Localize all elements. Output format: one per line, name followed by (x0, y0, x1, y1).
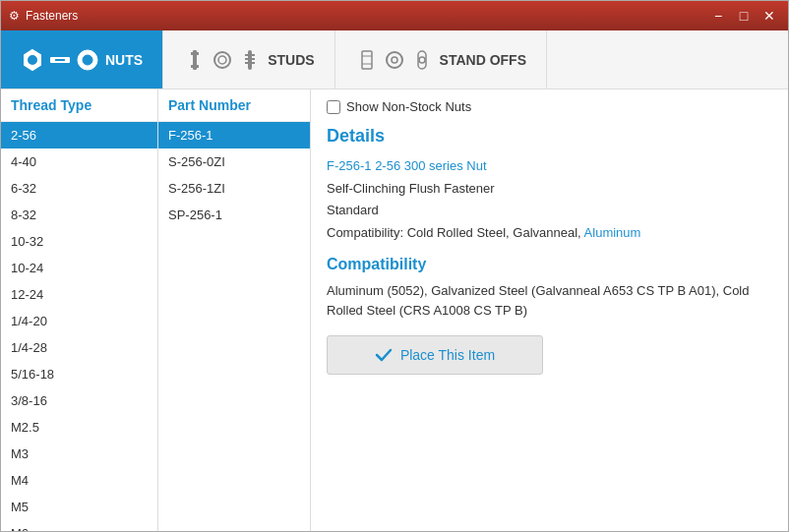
title-bar: ⚙ Fasteners − □ ✕ (1, 1, 788, 30)
thread-type-item[interactable]: M2.5 (1, 414, 157, 441)
svg-rect-7 (191, 52, 199, 55)
svg-point-18 (387, 52, 402, 68)
tab-nuts-label: NUTS (105, 52, 143, 68)
compatibility-label: Compatibility: Cold Rolled Steel, Galvan… (327, 225, 584, 240)
tab-standoffs[interactable]: STAND OFFS (335, 30, 547, 89)
standoff-icon1 (355, 48, 379, 72)
thread-type-item[interactable]: 2-56 (1, 122, 157, 148)
standoff-icon2 (383, 48, 406, 72)
part-number-column: Part Number F-256-1S-256-0ZIS-256-1ZISP-… (158, 89, 311, 532)
svg-rect-12 (245, 54, 255, 56)
part-number-item[interactable]: S-256-1ZI (158, 175, 310, 202)
thread-type-item[interactable]: 6-32 (1, 175, 157, 202)
compatibility-text: Aluminum (5052), Galvanized Steel (Galva… (327, 281, 772, 320)
part-number-item[interactable]: S-256-0ZI (158, 148, 310, 175)
aluminum-link: Aluminum (584, 225, 641, 240)
thread-type-item[interactable]: M6 (1, 520, 157, 532)
compatibility-title: Compatibility (327, 256, 772, 273)
place-item-label: Place This Item (400, 347, 495, 363)
detail-line3: Standard (327, 201, 772, 220)
svg-point-19 (392, 57, 397, 63)
tab-nuts[interactable]: NUTS (1, 30, 163, 89)
thread-type-item[interactable]: 1/4-28 (1, 334, 157, 361)
thread-type-item[interactable]: M3 (1, 441, 157, 467)
title-bar-left: ⚙ Fasteners (9, 9, 78, 23)
svg-point-21 (419, 57, 425, 63)
svg-rect-8 (191, 65, 199, 68)
thread-type-header: Thread Type (1, 89, 157, 122)
detail-line2: Self-Clinching Flush Fastener (327, 179, 772, 199)
minimize-button[interactable]: − (707, 5, 729, 27)
checkmark-icon (375, 346, 393, 364)
details-panel: Show Non-Stock Nuts Details F-256-1 2-56… (311, 89, 788, 532)
svg-rect-15 (362, 51, 372, 69)
svg-rect-13 (245, 58, 255, 60)
show-nonstock-row: Show Non-Stock Nuts (327, 99, 772, 114)
app-title: Fasteners (26, 9, 78, 23)
part-number-item[interactable]: F-256-1 (158, 122, 310, 148)
tab-studs[interactable]: STUDS (163, 30, 334, 89)
thread-type-item[interactable]: M4 (1, 467, 157, 494)
tab-bar: NUTS STUDS (1, 30, 788, 89)
details-title: Details (327, 126, 772, 147)
thread-type-item[interactable]: 8-32 (1, 202, 157, 228)
studs-icons (183, 48, 262, 72)
svg-point-1 (29, 56, 36, 64)
maximize-button[interactable]: □ (733, 5, 755, 27)
main-content: Thread Type 2-564-406-328-3210-3210-2412… (1, 89, 788, 532)
nut-hex-icon (21, 48, 44, 72)
close-button[interactable]: ✕ (759, 5, 780, 27)
show-nonstock-checkbox[interactable] (327, 100, 340, 114)
stud-icon1 (183, 48, 207, 72)
svg-rect-3 (55, 59, 65, 61)
detail-line4: Compatibility: Cold Rolled Steel, Galvan… (327, 223, 772, 243)
standoffs-icons (355, 48, 434, 72)
app-icon: ⚙ (9, 9, 20, 23)
part-number-list: F-256-1S-256-0ZIS-256-1ZISP-256-1 (158, 122, 310, 532)
round-nut-icon (76, 48, 99, 72)
thread-type-item[interactable]: 1/4-20 (1, 308, 157, 334)
svg-point-5 (83, 55, 92, 65)
tab-standoffs-label: STAND OFFS (440, 52, 526, 68)
thread-type-item[interactable]: 12-24 (1, 281, 157, 308)
detail-line1: F-256-1 2-56 300 series Nut (327, 156, 772, 176)
stud-icon3 (238, 48, 262, 72)
thread-type-item[interactable]: 3/8-16 (1, 387, 157, 414)
thread-type-item[interactable]: 10-24 (1, 255, 157, 281)
title-bar-controls: − □ ✕ (707, 5, 780, 27)
thread-type-item[interactable]: M5 (1, 494, 157, 520)
stud-icon2 (211, 48, 234, 72)
thread-type-column: Thread Type 2-564-406-328-3210-3210-2412… (1, 89, 158, 532)
svg-point-10 (218, 56, 226, 64)
thread-type-list: 2-564-406-328-3210-3210-2412-241/4-201/4… (1, 122, 157, 532)
place-item-button[interactable]: Place This Item (327, 335, 543, 375)
standoff-icon3 (410, 48, 434, 72)
part-number-header: Part Number (158, 89, 310, 122)
nuts-icons (21, 48, 99, 72)
washer-icon (48, 48, 72, 72)
thread-type-item[interactable]: 4-40 (1, 148, 157, 175)
part-number-item[interactable]: SP-256-1 (158, 202, 310, 228)
show-nonstock-label: Show Non-Stock Nuts (346, 99, 471, 114)
thread-type-item[interactable]: 10-32 (1, 228, 157, 255)
tab-studs-label: STUDS (268, 52, 314, 68)
thread-type-item[interactable]: 5/16-18 (1, 361, 157, 387)
svg-point-9 (214, 52, 230, 68)
svg-rect-14 (245, 62, 255, 64)
